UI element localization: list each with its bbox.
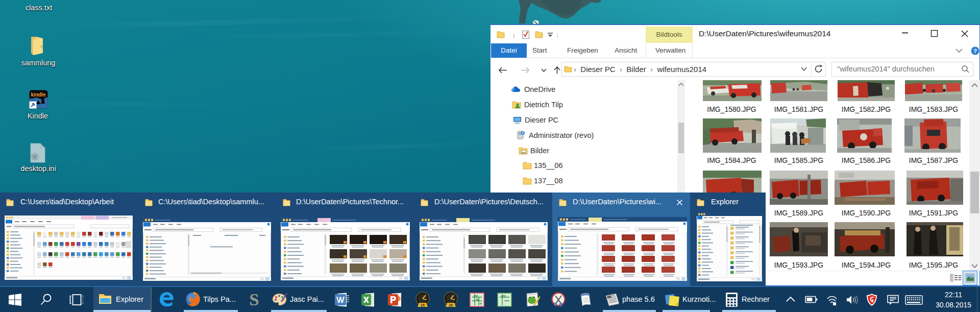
svg-text:S: S xyxy=(250,292,259,307)
svg-text:16: 16 xyxy=(449,303,453,307)
svg-text:cm: cm xyxy=(501,294,506,297)
svg-text:15: 15 xyxy=(421,303,425,307)
svg-text:P: P xyxy=(480,302,482,305)
svg-text:kindle: kindle xyxy=(31,92,46,98)
svg-text:cm: cm xyxy=(474,294,478,297)
svg-text:w: w xyxy=(476,298,479,301)
